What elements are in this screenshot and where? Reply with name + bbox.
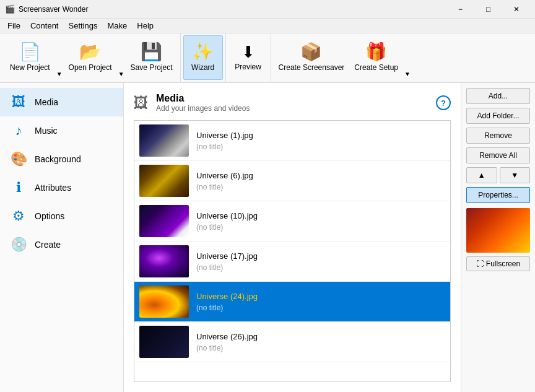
new-project-icon: 📄 xyxy=(19,43,41,61)
minimize-button[interactable]: − xyxy=(446,0,474,19)
menu-file[interactable]: File xyxy=(2,20,25,32)
media-filename: Universe (6).jpg xyxy=(196,171,445,180)
fullscreen-icon: ⛶ xyxy=(476,259,484,268)
toolbar-group-wizard: ✨ Wizard xyxy=(181,33,226,82)
media-info: Universe (1).jpg(no title) xyxy=(196,131,445,151)
wizard-button[interactable]: ✨ Wizard xyxy=(183,35,223,80)
help-button[interactable]: ? xyxy=(436,95,451,110)
sidebar-item-create[interactable]: 💿 Create xyxy=(0,230,123,259)
create-setup-split: 🎁 Create Setup ▼ xyxy=(349,35,412,80)
list-item[interactable]: Universe (1).jpg(no title) xyxy=(134,121,450,161)
list-item[interactable]: Universe (10).jpg(no title) xyxy=(134,201,450,242)
remove-button[interactable]: Remove xyxy=(466,128,530,144)
media-thumbnail xyxy=(139,285,189,318)
create-setup-icon: 🎁 xyxy=(365,43,387,61)
new-project-label: New Project xyxy=(10,63,50,72)
sidebar-item-background[interactable]: 🎨 Background xyxy=(0,145,123,173)
create-setup-arrow[interactable]: ▼ xyxy=(403,35,412,80)
toolbar-group-project: 📄 New Project ▼ 📂 Open Project ▼ 💾 Save … xyxy=(2,33,181,82)
list-item[interactable]: Universe (24).jpg(no title) xyxy=(134,282,450,322)
move-up-button[interactable]: ▲ xyxy=(466,167,497,183)
fullscreen-label: Fullscreen xyxy=(486,259,520,268)
list-item[interactable]: Universe (17).jpg(no title) xyxy=(134,242,450,282)
sidebar-media-label: Media xyxy=(35,97,58,107)
menu-make[interactable]: Make xyxy=(102,20,132,32)
media-icon: 🖼 xyxy=(10,94,27,110)
create-setup-label: Create Setup xyxy=(354,63,398,72)
toolbar-group-preview: ⬇ Preview xyxy=(226,33,271,82)
preview-button[interactable]: ⬇ Preview xyxy=(228,35,268,80)
properties-button[interactable]: Properties... xyxy=(466,187,530,203)
sidebar-item-music[interactable]: ♪ Music xyxy=(0,116,123,145)
preview-thumbnail xyxy=(466,208,530,253)
media-list[interactable]: Universe (1).jpg(no title)Universe (6).j… xyxy=(134,120,451,382)
sidebar-item-media[interactable]: 🖼 Media xyxy=(0,88,123,116)
window-title: Screensaver Wonder xyxy=(19,5,446,14)
create-screensaver-icon: 📦 xyxy=(300,43,322,61)
options-icon: ⚙ xyxy=(10,208,27,224)
close-button[interactable]: ✕ xyxy=(502,0,530,19)
create-screensaver-button[interactable]: 📦 Create Screensaver xyxy=(274,35,350,80)
media-info: Universe (17).jpg(no title) xyxy=(196,251,445,272)
music-icon: ♪ xyxy=(10,123,27,139)
sidebar-item-options[interactable]: ⚙ Options xyxy=(0,202,123,230)
media-thumbnail xyxy=(139,326,189,358)
media-thumbnail xyxy=(139,165,189,197)
new-project-split: 📄 New Project ▼ xyxy=(5,35,64,80)
titlebar: 🎬 Screensaver Wonder − □ ✕ xyxy=(0,0,535,19)
media-filename: Universe (24).jpg xyxy=(196,292,445,301)
content-area: 🖼 Media Add your images and videos ? Uni… xyxy=(124,83,461,392)
main-content: 🖼 Media ♪ Music 🎨 Background ℹ Attribute… xyxy=(0,83,535,392)
arrow-buttons: ▲ ▼ xyxy=(466,167,530,183)
save-project-button[interactable]: 💾 Save Project xyxy=(126,35,178,80)
media-filename: Universe (17).jpg xyxy=(196,251,445,261)
save-project-icon: 💾 xyxy=(141,43,162,61)
wizard-icon: ✨ xyxy=(192,43,214,61)
new-project-button[interactable]: 📄 New Project xyxy=(5,35,55,80)
save-project-label: Save Project xyxy=(131,63,173,72)
media-thumbnail xyxy=(139,245,189,277)
add-folder-button[interactable]: Add Folder... xyxy=(466,108,530,124)
media-filename: Universe (26).jpg xyxy=(196,332,445,341)
content-subtitle: Add your images and videos xyxy=(156,104,250,113)
menu-content[interactable]: Content xyxy=(25,20,64,32)
menu-help[interactable]: Help xyxy=(132,20,159,32)
media-info: Universe (26).jpg(no title) xyxy=(196,332,445,352)
content-header-icon: 🖼 xyxy=(134,94,149,111)
fullscreen-button[interactable]: ⛶ Fullscreen xyxy=(466,256,530,271)
open-project-label: Open Project xyxy=(69,63,112,72)
right-panel: Add... Add Folder... Remove Remove All ▲… xyxy=(461,83,535,392)
list-item[interactable]: Universe (26).jpg(no title) xyxy=(134,322,450,362)
create-setup-button[interactable]: 🎁 Create Setup xyxy=(349,35,403,80)
content-header: 🖼 Media Add your images and videos ? xyxy=(134,93,451,113)
media-info: Universe (24).jpg(no title) xyxy=(196,292,445,312)
media-thumbnail xyxy=(139,124,189,157)
content-header-text: Media Add your images and videos xyxy=(156,93,250,113)
media-title-text: (no title) xyxy=(196,142,445,151)
media-title-text: (no title) xyxy=(196,223,445,232)
remove-all-button[interactable]: Remove All xyxy=(466,147,530,163)
menu-settings[interactable]: Settings xyxy=(64,20,103,32)
new-project-arrow[interactable]: ▼ xyxy=(55,35,64,80)
app-icon: 🎬 xyxy=(5,4,15,14)
media-title-text: (no title) xyxy=(196,344,445,352)
sidebar-attributes-label: Attributes xyxy=(35,183,71,193)
add-button[interactable]: Add... xyxy=(466,88,530,104)
sidebar-create-label: Create xyxy=(35,240,61,250)
media-filename: Universe (1).jpg xyxy=(196,131,445,140)
maximize-button[interactable]: □ xyxy=(474,0,502,19)
content-title: Media xyxy=(156,93,250,104)
open-project-split: 📂 Open Project ▼ xyxy=(64,35,126,80)
media-thumbnail xyxy=(139,205,189,237)
move-down-button[interactable]: ▼ xyxy=(500,167,531,183)
open-project-arrow[interactable]: ▼ xyxy=(117,35,126,80)
wizard-label: Wizard xyxy=(191,63,214,72)
media-info: Universe (6).jpg(no title) xyxy=(196,171,445,191)
menubar: File Content Settings Make Help xyxy=(0,19,535,33)
open-project-button[interactable]: 📂 Open Project xyxy=(64,35,117,80)
list-item[interactable]: Universe (6).jpg(no title) xyxy=(134,161,450,201)
media-info: Universe (10).jpg(no title) xyxy=(196,211,445,232)
media-title-text: (no title) xyxy=(196,183,445,191)
sidebar-item-attributes[interactable]: ℹ Attributes xyxy=(0,173,123,202)
preview-label: Preview xyxy=(235,63,261,71)
